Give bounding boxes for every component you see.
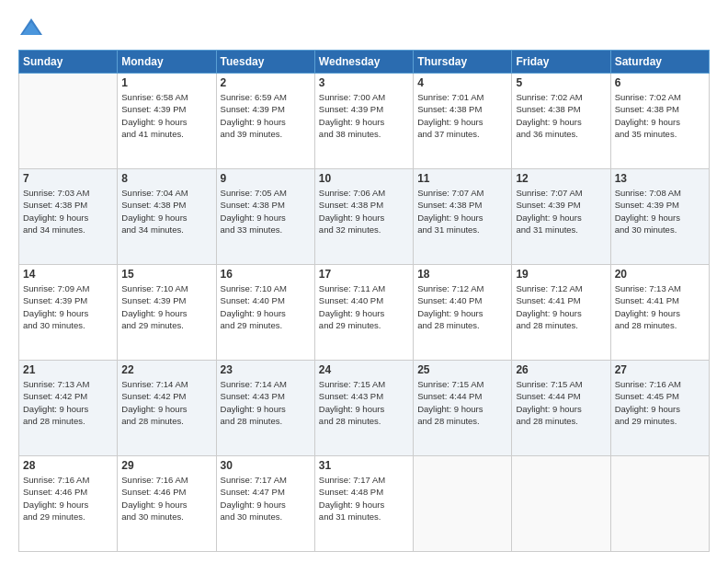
- day-number: 25: [417, 363, 507, 376]
- calendar-day-cell: 22Sunrise: 7:14 AM Sunset: 4:42 PM Dayli…: [118, 361, 216, 456]
- day-number: 6: [615, 76, 705, 89]
- calendar-day-cell: 5Sunrise: 7:02 AM Sunset: 4:38 PM Daylig…: [512, 74, 610, 169]
- day-number: 23: [221, 363, 311, 376]
- calendar-day-cell: 7Sunrise: 7:03 AM Sunset: 4:38 PM Daylig…: [19, 169, 118, 265]
- calendar-day-cell: 3Sunrise: 7:00 AM Sunset: 4:39 PM Daylig…: [314, 74, 413, 169]
- day-number: 7: [23, 172, 113, 185]
- day-info: Sunrise: 7:17 AM Sunset: 4:48 PM Dayligh…: [319, 474, 409, 523]
- day-info: Sunrise: 6:59 AM Sunset: 4:39 PM Dayligh…: [221, 91, 311, 140]
- calendar-day-cell: 26Sunrise: 7:15 AM Sunset: 4:44 PM Dayli…: [512, 361, 610, 456]
- day-info: Sunrise: 7:14 AM Sunset: 4:42 PM Dayligh…: [121, 378, 211, 427]
- day-info: Sunrise: 7:15 AM Sunset: 4:44 PM Dayligh…: [417, 378, 507, 427]
- day-number: 8: [121, 172, 211, 185]
- calendar-empty-cell: [610, 456, 709, 552]
- calendar-header-row: SundayMondayTuesdayWednesdayThursdayFrid…: [19, 51, 710, 74]
- day-number: 26: [516, 363, 606, 376]
- calendar-day-cell: 30Sunrise: 7:17 AM Sunset: 4:47 PM Dayli…: [216, 456, 314, 552]
- calendar-day-cell: 12Sunrise: 7:07 AM Sunset: 4:39 PM Dayli…: [512, 169, 610, 265]
- calendar-day-cell: 18Sunrise: 7:12 AM Sunset: 4:40 PM Dayli…: [414, 265, 512, 361]
- day-number: 20: [615, 268, 705, 281]
- calendar-week-row: 7Sunrise: 7:03 AM Sunset: 4:38 PM Daylig…: [19, 169, 710, 265]
- day-info: Sunrise: 7:03 AM Sunset: 4:38 PM Dayligh…: [23, 187, 113, 236]
- calendar-day-cell: 2Sunrise: 6:59 AM Sunset: 4:39 PM Daylig…: [216, 74, 314, 169]
- calendar-empty-cell: [414, 456, 512, 552]
- calendar-day-cell: 9Sunrise: 7:05 AM Sunset: 4:38 PM Daylig…: [216, 169, 314, 265]
- calendar-day-cell: 20Sunrise: 7:13 AM Sunset: 4:41 PM Dayli…: [610, 265, 709, 361]
- calendar-day-cell: 29Sunrise: 7:16 AM Sunset: 4:46 PM Dayli…: [118, 456, 216, 552]
- calendar-week-row: 1Sunrise: 6:58 AM Sunset: 4:39 PM Daylig…: [19, 74, 710, 169]
- day-info: Sunrise: 7:16 AM Sunset: 4:45 PM Dayligh…: [615, 378, 705, 427]
- day-number: 22: [121, 363, 211, 376]
- day-number: 12: [516, 172, 606, 185]
- calendar-empty-cell: [19, 74, 118, 169]
- day-info: Sunrise: 7:10 AM Sunset: 4:40 PM Dayligh…: [221, 282, 311, 331]
- day-number: 18: [417, 268, 507, 281]
- weekday-header: Wednesday: [314, 51, 413, 74]
- day-info: Sunrise: 7:11 AM Sunset: 4:40 PM Dayligh…: [319, 282, 409, 331]
- logo-icon: [18, 15, 44, 40]
- day-info: Sunrise: 7:00 AM Sunset: 4:39 PM Dayligh…: [319, 91, 409, 140]
- day-number: 16: [221, 268, 311, 281]
- day-info: Sunrise: 7:15 AM Sunset: 4:43 PM Dayligh…: [319, 378, 409, 427]
- calendar-table: SundayMondayTuesdayWednesdayThursdayFrid…: [18, 50, 710, 552]
- day-info: Sunrise: 7:12 AM Sunset: 4:40 PM Dayligh…: [417, 282, 507, 331]
- calendar-day-cell: 10Sunrise: 7:06 AM Sunset: 4:38 PM Dayli…: [314, 169, 413, 265]
- header: [18, 15, 710, 40]
- day-info: Sunrise: 7:14 AM Sunset: 4:43 PM Dayligh…: [221, 378, 311, 427]
- weekday-header: Tuesday: [216, 51, 314, 74]
- day-info: Sunrise: 7:07 AM Sunset: 4:39 PM Dayligh…: [516, 187, 606, 236]
- day-info: Sunrise: 7:09 AM Sunset: 4:39 PM Dayligh…: [23, 282, 113, 331]
- day-info: Sunrise: 7:10 AM Sunset: 4:39 PM Dayligh…: [121, 282, 211, 331]
- day-info: Sunrise: 7:04 AM Sunset: 4:38 PM Dayligh…: [121, 187, 211, 236]
- day-info: Sunrise: 6:58 AM Sunset: 4:39 PM Dayligh…: [121, 91, 211, 140]
- day-number: 2: [221, 76, 311, 89]
- day-number: 24: [319, 363, 409, 376]
- calendar-week-row: 14Sunrise: 7:09 AM Sunset: 4:39 PM Dayli…: [19, 265, 710, 361]
- day-info: Sunrise: 7:16 AM Sunset: 4:46 PM Dayligh…: [23, 474, 113, 523]
- weekday-header: Saturday: [610, 51, 709, 74]
- weekday-header: Friday: [512, 51, 610, 74]
- weekday-header: Thursday: [414, 51, 512, 74]
- calendar-day-cell: 13Sunrise: 7:08 AM Sunset: 4:39 PM Dayli…: [610, 169, 709, 265]
- weekday-header: Sunday: [19, 51, 118, 74]
- calendar-day-cell: 31Sunrise: 7:17 AM Sunset: 4:48 PM Dayli…: [314, 456, 413, 552]
- calendar-day-cell: 27Sunrise: 7:16 AM Sunset: 4:45 PM Dayli…: [610, 361, 709, 456]
- day-info: Sunrise: 7:13 AM Sunset: 4:42 PM Dayligh…: [23, 378, 113, 427]
- calendar-day-cell: 23Sunrise: 7:14 AM Sunset: 4:43 PM Dayli…: [216, 361, 314, 456]
- day-info: Sunrise: 7:06 AM Sunset: 4:38 PM Dayligh…: [319, 187, 409, 236]
- day-info: Sunrise: 7:08 AM Sunset: 4:39 PM Dayligh…: [615, 187, 705, 236]
- calendar-day-cell: 15Sunrise: 7:10 AM Sunset: 4:39 PM Dayli…: [118, 265, 216, 361]
- calendar-day-cell: 17Sunrise: 7:11 AM Sunset: 4:40 PM Dayli…: [314, 265, 413, 361]
- calendar-day-cell: 1Sunrise: 6:58 AM Sunset: 4:39 PM Daylig…: [118, 74, 216, 169]
- calendar-day-cell: 25Sunrise: 7:15 AM Sunset: 4:44 PM Dayli…: [414, 361, 512, 456]
- day-info: Sunrise: 7:17 AM Sunset: 4:47 PM Dayligh…: [221, 474, 311, 523]
- calendar-day-cell: 21Sunrise: 7:13 AM Sunset: 4:42 PM Dayli…: [19, 361, 118, 456]
- day-number: 29: [121, 459, 211, 472]
- day-number: 28: [23, 459, 113, 472]
- day-number: 17: [319, 268, 409, 281]
- day-info: Sunrise: 7:02 AM Sunset: 4:38 PM Dayligh…: [615, 91, 705, 140]
- calendar-week-row: 21Sunrise: 7:13 AM Sunset: 4:42 PM Dayli…: [19, 361, 710, 456]
- weekday-header: Monday: [118, 51, 216, 74]
- day-info: Sunrise: 7:01 AM Sunset: 4:38 PM Dayligh…: [417, 91, 507, 140]
- calendar-empty-cell: [512, 456, 610, 552]
- day-info: Sunrise: 7:05 AM Sunset: 4:38 PM Dayligh…: [221, 187, 311, 236]
- day-number: 14: [23, 268, 113, 281]
- day-number: 4: [417, 76, 507, 89]
- day-number: 19: [516, 268, 606, 281]
- calendar-week-row: 28Sunrise: 7:16 AM Sunset: 4:46 PM Dayli…: [19, 456, 710, 552]
- calendar-day-cell: 16Sunrise: 7:10 AM Sunset: 4:40 PM Dayli…: [216, 265, 314, 361]
- day-number: 15: [121, 268, 211, 281]
- calendar-day-cell: 4Sunrise: 7:01 AM Sunset: 4:38 PM Daylig…: [414, 74, 512, 169]
- calendar-day-cell: 19Sunrise: 7:12 AM Sunset: 4:41 PM Dayli…: [512, 265, 610, 361]
- day-number: 10: [319, 172, 409, 185]
- day-number: 1: [121, 76, 211, 89]
- calendar-day-cell: 24Sunrise: 7:15 AM Sunset: 4:43 PM Dayli…: [314, 361, 413, 456]
- day-number: 31: [319, 459, 409, 472]
- day-number: 13: [615, 172, 705, 185]
- day-info: Sunrise: 7:07 AM Sunset: 4:38 PM Dayligh…: [417, 187, 507, 236]
- logo: [18, 15, 48, 40]
- day-info: Sunrise: 7:13 AM Sunset: 4:41 PM Dayligh…: [615, 282, 705, 331]
- calendar-day-cell: 28Sunrise: 7:16 AM Sunset: 4:46 PM Dayli…: [19, 456, 118, 552]
- day-number: 30: [221, 459, 311, 472]
